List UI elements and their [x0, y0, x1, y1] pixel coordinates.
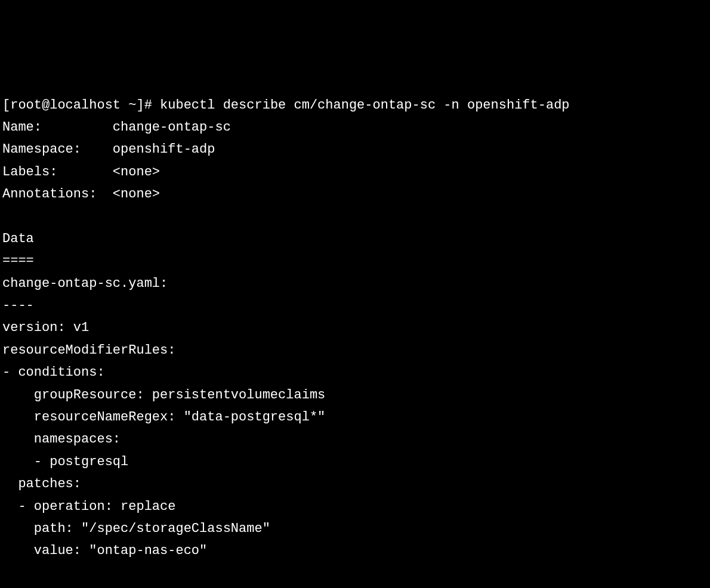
yaml-line: - operation: replace: [2, 496, 708, 518]
namespace-label: Namespace:: [2, 142, 113, 157]
labels-value: <none>: [113, 165, 160, 180]
yaml-filename: change-ontap-sc.yaml:: [2, 273, 708, 295]
yaml-line: resourceNameRegex: "data-postgresql*": [2, 406, 708, 428]
namespace-value: openshift-adp: [113, 142, 215, 157]
annotations-label: Annotations:: [2, 187, 113, 202]
yaml-line: groupResource: persistentvolumeclaims: [2, 384, 708, 406]
field-name: Name: change-ontap-sc: [2, 116, 708, 138]
command-line: [root@localhost ~]# kubectl describe cm/…: [2, 94, 708, 116]
blank-line: [2, 562, 708, 584]
yaml-line: namespaces:: [2, 428, 708, 450]
name-value: change-ontap-sc: [113, 120, 231, 135]
field-annotations: Annotations: <none>: [2, 183, 708, 205]
yaml-line: path: "/spec/storageClassName": [2, 518, 708, 540]
labels-label: Labels:: [2, 165, 113, 180]
data-header: Data: [2, 228, 708, 250]
field-namespace: Namespace: openshift-adp: [2, 138, 708, 160]
yaml-line: value: "ontap-nas-eco": [2, 540, 708, 562]
kubectl-command: kubectl describe cm/change-ontap-sc -n o…: [160, 98, 570, 113]
yaml-line: resourceModifierRules:: [2, 339, 708, 361]
terminal-output: [root@localhost ~]# kubectl describe cm/…: [2, 94, 708, 588]
yaml-line: patches:: [2, 473, 708, 495]
blank-line: [2, 206, 708, 228]
data-separator: ====: [2, 250, 708, 272]
yaml-line: version: v1: [2, 317, 708, 339]
yaml-dash: ----: [2, 295, 708, 317]
yaml-line: - conditions:: [2, 361, 708, 383]
name-label: Name:: [2, 120, 113, 135]
yaml-line: - postgresql: [2, 451, 708, 473]
shell-prompt: [root@localhost ~]#: [2, 98, 160, 113]
annotations-value: <none>: [113, 187, 160, 202]
binarydata-header: BinaryData: [2, 584, 708, 588]
field-labels: Labels: <none>: [2, 161, 708, 183]
